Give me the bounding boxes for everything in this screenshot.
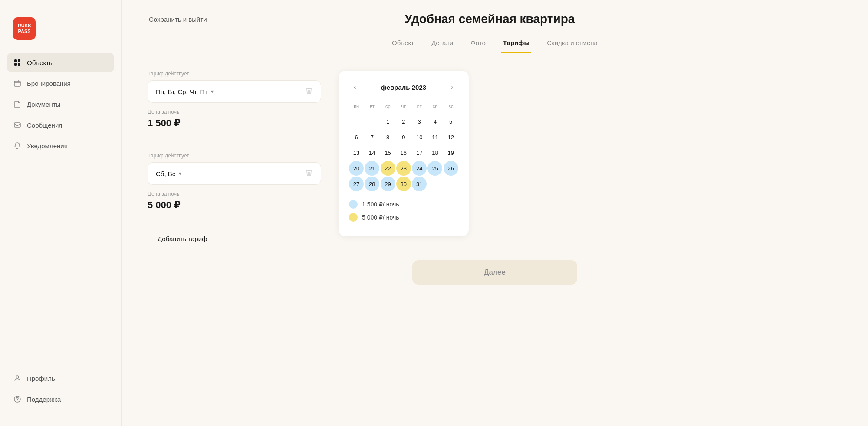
cal-empty-4 bbox=[444, 177, 458, 191]
cal-day-18[interactable]: 18 bbox=[427, 145, 442, 160]
cal-day-22[interactable]: 22 bbox=[381, 161, 395, 176]
dow-fri: пт bbox=[412, 102, 427, 113]
cal-day-20[interactable]: 20 bbox=[349, 161, 364, 176]
mail-icon bbox=[13, 121, 22, 129]
cal-day-11[interactable]: 11 bbox=[427, 130, 442, 144]
cal-day-2[interactable]: 2 bbox=[396, 114, 411, 129]
legend-blue: 1 500 ₽/ ночь bbox=[349, 200, 458, 209]
chevron-down-icon-2: ▾ bbox=[179, 170, 181, 177]
cal-day-29[interactable]: 29 bbox=[381, 177, 395, 191]
sidebar-item-notifications[interactable]: Уведомления bbox=[7, 136, 114, 155]
cal-day-7[interactable]: 7 bbox=[365, 130, 379, 144]
sidebar-item-documents[interactable]: Документы bbox=[7, 95, 114, 114]
cal-day-27[interactable]: 27 bbox=[349, 177, 364, 191]
cal-day-10[interactable]: 10 bbox=[412, 130, 427, 144]
tab-photo[interactable]: Фото bbox=[469, 35, 487, 53]
cal-empty-3 bbox=[427, 177, 442, 191]
tariff-1-days-label: Тариф действует bbox=[148, 71, 321, 77]
sidebar-item-documents-label: Документы bbox=[27, 101, 60, 108]
add-tariff-label: Добавить тариф bbox=[158, 235, 207, 242]
tariff-1-days-row: Пн, Вт, Ср, Чт, Пт ▾ bbox=[148, 80, 321, 103]
svg-rect-2 bbox=[14, 63, 17, 66]
tab-tariffs[interactable]: Тарифы bbox=[501, 35, 531, 53]
cal-day-13[interactable]: 13 bbox=[349, 145, 364, 160]
sidebar-item-support[interactable]: Поддержка bbox=[7, 390, 114, 409]
dow-tue: вт bbox=[365, 102, 379, 113]
cal-day-8[interactable]: 8 bbox=[381, 130, 395, 144]
tariffs-panel: Тариф действует Пн, Вт, Ср, Чт, Пт ▾ Цен… bbox=[148, 71, 321, 243]
next-button[interactable]: Далее bbox=[412, 260, 577, 285]
cal-day-17[interactable]: 17 bbox=[412, 145, 427, 160]
svg-rect-0 bbox=[14, 59, 17, 62]
cal-day-12[interactable]: 12 bbox=[444, 130, 458, 144]
plus-icon: ＋ bbox=[148, 235, 154, 243]
sidebar-item-bookings-label: Бронирования bbox=[27, 80, 71, 87]
legend-yellow: 5 000 ₽/ ночь bbox=[349, 213, 458, 222]
cal-day-30[interactable]: 30 bbox=[396, 177, 411, 191]
tariff-block-2: Тариф действует Сб, Вс ▾ Цена за ночь 5 … bbox=[148, 153, 321, 211]
calendar-month-year: февраль 2023 bbox=[381, 84, 426, 91]
sidebar: RUSSPASS Объекты Бро bbox=[0, 0, 122, 426]
tariff-2-price-label: Цена за ночь bbox=[148, 191, 321, 197]
back-button[interactable]: ← Сохранить и выйти bbox=[139, 16, 207, 23]
cal-day-31[interactable]: 31 bbox=[412, 177, 427, 191]
add-divider bbox=[148, 224, 321, 224]
cal-day-1[interactable]: 1 bbox=[381, 114, 395, 129]
svg-rect-4 bbox=[14, 81, 20, 86]
cal-day-21[interactable]: 21 bbox=[365, 161, 379, 176]
cal-day-4[interactable]: 4 bbox=[427, 114, 442, 129]
calendar-grid: пн вт ср чт пт сб вс 1 2 3 4 5 6 7 8 9 bbox=[349, 102, 458, 191]
tab-discount[interactable]: Скидка и отмена bbox=[545, 35, 599, 53]
cal-day-23[interactable]: 23 bbox=[396, 161, 411, 176]
chevron-down-icon-1: ▾ bbox=[211, 88, 214, 95]
tariff-2-days-label: Тариф действует bbox=[148, 153, 321, 159]
cal-day-28[interactable]: 28 bbox=[365, 177, 379, 191]
sidebar-item-bookings[interactable]: Бронирования bbox=[7, 74, 114, 93]
sidebar-item-messages[interactable]: Сообщения bbox=[7, 115, 114, 134]
cal-day-26[interactable]: 26 bbox=[444, 161, 458, 176]
cal-empty-1 bbox=[349, 114, 364, 129]
cal-day-16[interactable]: 16 bbox=[396, 145, 411, 160]
svg-point-6 bbox=[16, 376, 19, 378]
tabs-bar: Объект Детали Фото Тарифы Скидка и отмен… bbox=[139, 26, 851, 53]
add-tariff-button[interactable]: ＋ Добавить тариф bbox=[148, 235, 207, 243]
dow-sun: вс bbox=[444, 102, 458, 113]
cal-day-14[interactable]: 14 bbox=[365, 145, 379, 160]
tariff-block-1: Тариф действует Пн, Вт, Ср, Чт, Пт ▾ Цен… bbox=[148, 71, 321, 129]
calendar-icon bbox=[13, 79, 22, 88]
calendar-prev-button[interactable]: ‹ bbox=[349, 81, 361, 93]
sidebar-item-profile-label: Профиль bbox=[27, 375, 55, 382]
legend-blue-label: 1 500 ₽/ ночь bbox=[362, 201, 399, 208]
cal-day-25[interactable]: 25 bbox=[427, 161, 442, 176]
arrow-left-icon: ← bbox=[139, 16, 145, 23]
cal-day-5[interactable]: 5 bbox=[444, 114, 458, 129]
cal-day-9[interactable]: 9 bbox=[396, 130, 411, 144]
main-content: ← Сохранить и выйти Удобная семейная ква… bbox=[122, 0, 868, 426]
cal-day-6[interactable]: 6 bbox=[349, 130, 364, 144]
dow-mon: пн bbox=[349, 102, 364, 113]
tariff-1-delete-button[interactable] bbox=[305, 87, 313, 96]
dow-thu: чт bbox=[396, 102, 411, 113]
logo: RUSSPASS bbox=[13, 17, 36, 40]
calendar-panel: ‹ февраль 2023 › пн вт ср чт пт сб вс 1 … bbox=[339, 71, 469, 236]
sidebar-item-profile[interactable]: Профиль bbox=[7, 369, 114, 388]
file-icon bbox=[13, 100, 22, 108]
tariff-2-days-row: Сб, Вс ▾ bbox=[148, 162, 321, 185]
tariff-2-delete-button[interactable] bbox=[305, 169, 313, 178]
cal-empty-2 bbox=[365, 114, 379, 129]
tab-details[interactable]: Детали bbox=[430, 35, 455, 53]
legend-blue-dot bbox=[349, 200, 358, 209]
dow-sat: сб bbox=[427, 102, 442, 113]
calendar-next-button[interactable]: › bbox=[446, 81, 458, 93]
cal-day-24[interactable]: 24 bbox=[412, 161, 427, 176]
cal-day-19[interactable]: 19 bbox=[444, 145, 458, 160]
tariff-1-days-selector[interactable]: Пн, Вт, Ср, Чт, Пт ▾ bbox=[156, 88, 214, 95]
dow-wed: ср bbox=[381, 102, 395, 113]
tab-object[interactable]: Объект bbox=[390, 35, 416, 53]
sidebar-item-objects[interactable]: Объекты bbox=[7, 53, 114, 72]
legend-yellow-dot bbox=[349, 213, 358, 222]
cal-day-15[interactable]: 15 bbox=[381, 145, 395, 160]
cal-day-3[interactable]: 3 bbox=[412, 114, 427, 129]
tariff-2-days-selector[interactable]: Сб, Вс ▾ bbox=[156, 170, 181, 177]
sidebar-item-support-label: Поддержка bbox=[27, 396, 61, 403]
